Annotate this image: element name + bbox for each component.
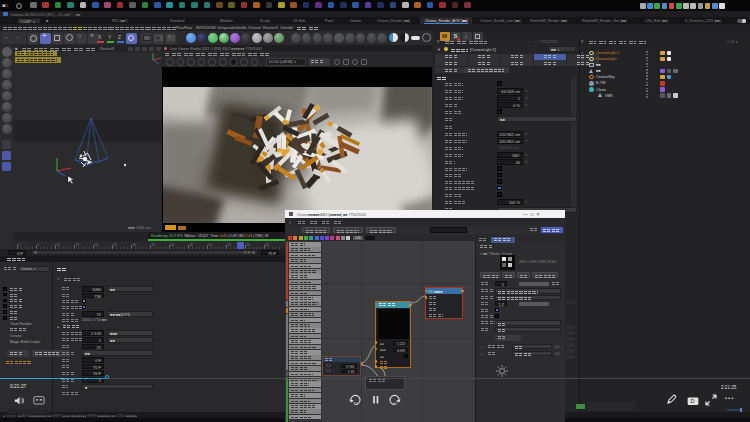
svg-text:10: 10	[353, 401, 358, 406]
svg-text:x0: x0	[393, 401, 398, 406]
svg-text:D: D	[690, 398, 694, 404]
